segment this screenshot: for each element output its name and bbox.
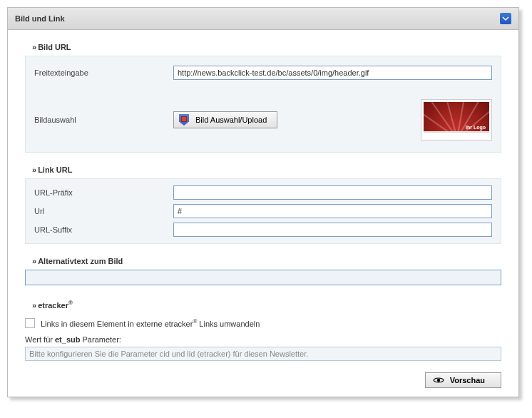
alt-text-input[interactable] [25, 270, 501, 285]
etsub-param-input [25, 347, 501, 361]
bild-auswahl-upload-button[interactable]: Bild Auswahl/Upload [173, 111, 277, 128]
link-url-section: »Link URL URL-Präfix Url URL-Suffix [25, 165, 501, 244]
etracker-section: »etracker® Links in diesem Element in ex… [25, 300, 501, 361]
url-suffix-input[interactable] [173, 223, 492, 237]
url-suffix-row: URL-Suffix [34, 220, 492, 239]
vorschau-button-label: Vorschau [450, 376, 485, 384]
upload-shield-icon [178, 114, 190, 126]
link-url-title: »Link URL [32, 165, 501, 174]
etsub-param-label: Wert für et_sub Parameter: [25, 335, 501, 344]
url-suffix-label: URL-Suffix [34, 225, 173, 234]
panel-header: Bild und Link [8, 8, 518, 30]
panel-footer: Vorschau [25, 365, 501, 388]
url-prefix-label: URL-Präfix [34, 188, 173, 197]
url-row: Url [34, 202, 492, 220]
etracker-convert-checkbox[interactable] [25, 318, 35, 328]
alt-text-title: »Alternativtext zum Bild [32, 257, 501, 265]
panel-body: »Bild URL Freitexteingabe Bildauswahl Bi… [8, 30, 518, 397]
chevron-down-icon [502, 15, 509, 22]
freitext-input[interactable] [173, 66, 492, 80]
bildauswahl-row: Bildauswahl Bild Auswahl/Upload Ihr Logo [34, 95, 492, 145]
freitext-row: Freitexteingabe [34, 63, 492, 82]
url-prefix-row: URL-Präfix [34, 183, 492, 202]
panel-title: Bild und Link [15, 14, 65, 23]
url-label: Url [34, 207, 173, 215]
etracker-checkbox-label: Links in diesem Element in externe etrac… [41, 318, 260, 328]
bild-auswahl-button-label: Bild Auswahl/Upload [195, 116, 267, 124]
image-preview-thumbnail[interactable]: Ihr Logo [421, 99, 492, 141]
collapse-button[interactable] [500, 13, 511, 24]
bild-url-form: Freitexteingabe Bildauswahl Bild Auswahl… [25, 56, 501, 153]
bild-url-title: »Bild URL [32, 43, 501, 51]
etracker-checkbox-row: Links in diesem Element in externe etrac… [25, 315, 501, 335]
bildauswahl-label: Bildauswahl [34, 116, 173, 124]
svg-point-0 [436, 378, 439, 381]
url-prefix-input[interactable] [173, 185, 492, 200]
thumb-logo-text: Ihr Logo [466, 125, 486, 130]
eye-icon [433, 377, 444, 384]
bild-url-section: »Bild URL Freitexteingabe Bildauswahl Bi… [25, 43, 501, 153]
alt-text-section: »Alternativtext zum Bild [25, 257, 501, 287]
etracker-form: Links in diesem Element in externe etrac… [25, 314, 501, 361]
link-url-form: URL-Präfix Url URL-Suffix [25, 178, 501, 244]
etracker-title: »etracker® [32, 300, 501, 310]
vorschau-button[interactable]: Vorschau [425, 372, 501, 388]
bild-und-link-panel: Bild und Link »Bild URL Freitexteingabe [7, 7, 519, 397]
url-input[interactable] [173, 204, 492, 218]
freitext-label: Freitexteingabe [34, 68, 173, 77]
